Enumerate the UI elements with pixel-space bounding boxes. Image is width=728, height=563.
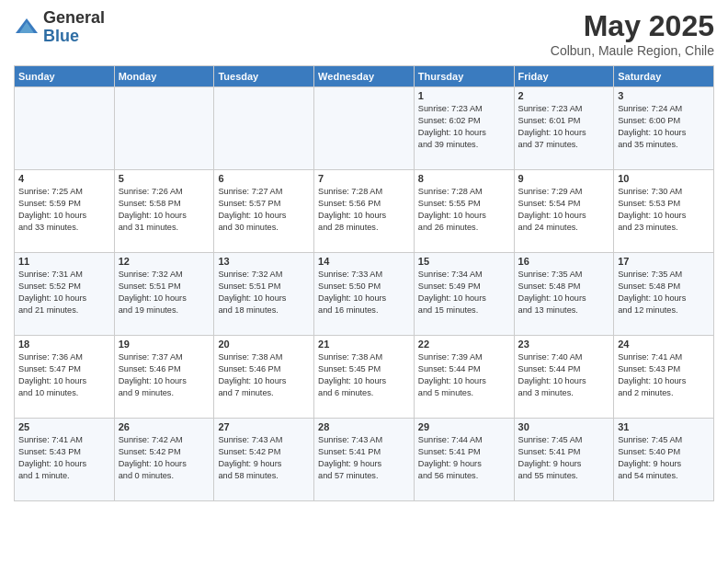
calendar-week-2: 4Sunrise: 7:25 AM Sunset: 5:59 PM Daylig…: [15, 170, 714, 253]
calendar-cell: 21Sunrise: 7:38 AM Sunset: 5:45 PM Dayli…: [314, 336, 415, 419]
day-number: 16: [518, 256, 610, 267]
calendar-cell: [314, 87, 415, 170]
day-info: Sunrise: 7:28 AM Sunset: 5:55 PM Dayligh…: [418, 186, 510, 234]
day-number: 28: [318, 421, 410, 432]
day-number: 15: [418, 256, 510, 267]
day-number: 7: [318, 173, 410, 184]
calendar-cell: 5Sunrise: 7:26 AM Sunset: 5:58 PM Daylig…: [114, 170, 214, 253]
day-info: Sunrise: 7:31 AM Sunset: 5:52 PM Dayligh…: [18, 269, 110, 316]
day-info: Sunrise: 7:29 AM Sunset: 5:54 PM Dayligh…: [518, 186, 610, 234]
calendar-cell: 29Sunrise: 7:44 AM Sunset: 5:41 PM Dayli…: [414, 419, 514, 501]
day-info: Sunrise: 7:40 AM Sunset: 5:44 PM Dayligh…: [518, 351, 610, 399]
day-number: 3: [618, 90, 710, 101]
logo-text: General Blue: [43, 9, 105, 46]
day-header-sunday: Sunday: [15, 66, 115, 87]
calendar-cell: 17Sunrise: 7:35 AM Sunset: 5:48 PM Dayli…: [614, 253, 714, 336]
day-info: Sunrise: 7:33 AM Sunset: 5:50 PM Dayligh…: [318, 269, 410, 316]
calendar-cell: 26Sunrise: 7:42 AM Sunset: 5:42 PM Dayli…: [114, 419, 214, 501]
location: Colbun, Maule Region, Chile: [551, 43, 714, 58]
logo-general: General: [43, 8, 105, 27]
day-info: Sunrise: 7:43 AM Sunset: 5:41 PM Dayligh…: [318, 434, 410, 482]
day-info: Sunrise: 7:41 AM Sunset: 5:43 PM Dayligh…: [618, 351, 710, 399]
day-info: Sunrise: 7:26 AM Sunset: 5:58 PM Dayligh…: [119, 186, 210, 234]
day-info: Sunrise: 7:34 AM Sunset: 5:49 PM Dayligh…: [418, 269, 510, 316]
day-number: 25: [18, 421, 110, 432]
calendar-week-1: 1Sunrise: 7:23 AM Sunset: 6:02 PM Daylig…: [15, 87, 714, 170]
calendar-cell: 31Sunrise: 7:45 AM Sunset: 5:40 PM Dayli…: [614, 419, 714, 501]
day-info: Sunrise: 7:38 AM Sunset: 5:45 PM Dayligh…: [318, 351, 410, 399]
day-header-friday: Friday: [514, 66, 614, 87]
logo-blue: Blue: [43, 27, 79, 45]
day-number: 23: [518, 339, 610, 350]
day-number: 11: [18, 256, 110, 267]
day-number: 4: [18, 173, 110, 184]
calendar-cell: 28Sunrise: 7:43 AM Sunset: 5:41 PM Dayli…: [314, 419, 415, 501]
calendar-cell: 20Sunrise: 7:38 AM Sunset: 5:46 PM Dayli…: [214, 336, 314, 419]
calendar-cell: 19Sunrise: 7:37 AM Sunset: 5:46 PM Dayli…: [114, 336, 214, 419]
calendar-week-5: 25Sunrise: 7:41 AM Sunset: 5:43 PM Dayli…: [15, 419, 714, 501]
calendar-cell: 25Sunrise: 7:41 AM Sunset: 5:43 PM Dayli…: [15, 419, 115, 501]
page-header: General Blue May 2025 Colbun, Maule Regi…: [14, 9, 714, 58]
day-info: Sunrise: 7:35 AM Sunset: 5:48 PM Dayligh…: [518, 269, 610, 316]
calendar-week-3: 11Sunrise: 7:31 AM Sunset: 5:52 PM Dayli…: [15, 253, 714, 336]
day-number: 21: [318, 339, 410, 350]
day-header-tuesday: Tuesday: [214, 66, 314, 87]
day-number: 30: [518, 421, 610, 432]
calendar-cell: 15Sunrise: 7:34 AM Sunset: 5:49 PM Dayli…: [414, 253, 514, 336]
day-info: Sunrise: 7:23 AM Sunset: 6:02 PM Dayligh…: [418, 103, 510, 151]
day-number: 1: [418, 90, 510, 101]
day-info: Sunrise: 7:23 AM Sunset: 6:01 PM Dayligh…: [518, 103, 610, 151]
day-info: Sunrise: 7:25 AM Sunset: 5:59 PM Dayligh…: [18, 186, 110, 234]
day-number: 8: [418, 173, 510, 184]
day-header-saturday: Saturday: [614, 66, 714, 87]
day-info: Sunrise: 7:30 AM Sunset: 5:53 PM Dayligh…: [618, 186, 710, 234]
day-number: 18: [18, 339, 110, 350]
calendar-cell: 12Sunrise: 7:32 AM Sunset: 5:51 PM Dayli…: [114, 253, 214, 336]
day-number: 22: [418, 339, 510, 350]
calendar-week-4: 18Sunrise: 7:36 AM Sunset: 5:47 PM Dayli…: [15, 336, 714, 419]
logo-icon: [14, 15, 40, 40]
day-header-monday: Monday: [114, 66, 214, 87]
calendar-cell: 7Sunrise: 7:28 AM Sunset: 5:56 PM Daylig…: [314, 170, 415, 253]
day-number: 14: [318, 256, 410, 267]
days-header-row: SundayMondayTuesdayWednesdayThursdayFrid…: [15, 66, 714, 87]
calendar-cell: 3Sunrise: 7:24 AM Sunset: 6:00 PM Daylig…: [614, 87, 714, 170]
day-number: 6: [218, 173, 310, 184]
day-number: 29: [418, 421, 510, 432]
title-block: May 2025 Colbun, Maule Region, Chile: [551, 9, 714, 58]
day-info: Sunrise: 7:28 AM Sunset: 5:56 PM Dayligh…: [318, 186, 410, 234]
calendar-cell: 2Sunrise: 7:23 AM Sunset: 6:01 PM Daylig…: [514, 87, 614, 170]
calendar-cell: 24Sunrise: 7:41 AM Sunset: 5:43 PM Dayli…: [614, 336, 714, 419]
month-title: May 2025: [551, 9, 714, 43]
calendar-cell: 27Sunrise: 7:43 AM Sunset: 5:42 PM Dayli…: [214, 419, 314, 501]
day-info: Sunrise: 7:37 AM Sunset: 5:46 PM Dayligh…: [119, 351, 210, 399]
calendar-cell: 13Sunrise: 7:32 AM Sunset: 5:51 PM Dayli…: [214, 253, 314, 336]
day-number: 24: [618, 339, 710, 350]
day-info: Sunrise: 7:35 AM Sunset: 5:48 PM Dayligh…: [618, 269, 710, 316]
day-info: Sunrise: 7:38 AM Sunset: 5:46 PM Dayligh…: [218, 351, 310, 399]
day-number: 19: [119, 339, 210, 350]
calendar-cell: 23Sunrise: 7:40 AM Sunset: 5:44 PM Dayli…: [514, 336, 614, 419]
day-info: Sunrise: 7:43 AM Sunset: 5:42 PM Dayligh…: [218, 434, 310, 482]
day-info: Sunrise: 7:42 AM Sunset: 5:42 PM Dayligh…: [119, 434, 210, 482]
day-info: Sunrise: 7:45 AM Sunset: 5:40 PM Dayligh…: [618, 434, 710, 482]
calendar-cell: 10Sunrise: 7:30 AM Sunset: 5:53 PM Dayli…: [614, 170, 714, 253]
day-info: Sunrise: 7:32 AM Sunset: 5:51 PM Dayligh…: [119, 269, 210, 316]
calendar-cell: 4Sunrise: 7:25 AM Sunset: 5:59 PM Daylig…: [15, 170, 115, 253]
calendar-cell: 9Sunrise: 7:29 AM Sunset: 5:54 PM Daylig…: [514, 170, 614, 253]
day-info: Sunrise: 7:45 AM Sunset: 5:41 PM Dayligh…: [518, 434, 610, 482]
day-info: Sunrise: 7:24 AM Sunset: 6:00 PM Dayligh…: [618, 103, 710, 151]
day-header-wednesday: Wednesday: [314, 66, 415, 87]
day-number: 12: [119, 256, 210, 267]
calendar-cell: [15, 87, 115, 170]
calendar-cell: 14Sunrise: 7:33 AM Sunset: 5:50 PM Dayli…: [314, 253, 415, 336]
calendar-cell: [114, 87, 214, 170]
day-number: 2: [518, 90, 610, 101]
logo: General Blue: [14, 9, 105, 46]
day-number: 9: [518, 173, 610, 184]
calendar-cell: 22Sunrise: 7:39 AM Sunset: 5:44 PM Dayli…: [414, 336, 514, 419]
calendar-cell: 30Sunrise: 7:45 AM Sunset: 5:41 PM Dayli…: [514, 419, 614, 501]
calendar-cell: [214, 87, 314, 170]
calendar-cell: 1Sunrise: 7:23 AM Sunset: 6:02 PM Daylig…: [414, 87, 514, 170]
day-number: 13: [218, 256, 310, 267]
